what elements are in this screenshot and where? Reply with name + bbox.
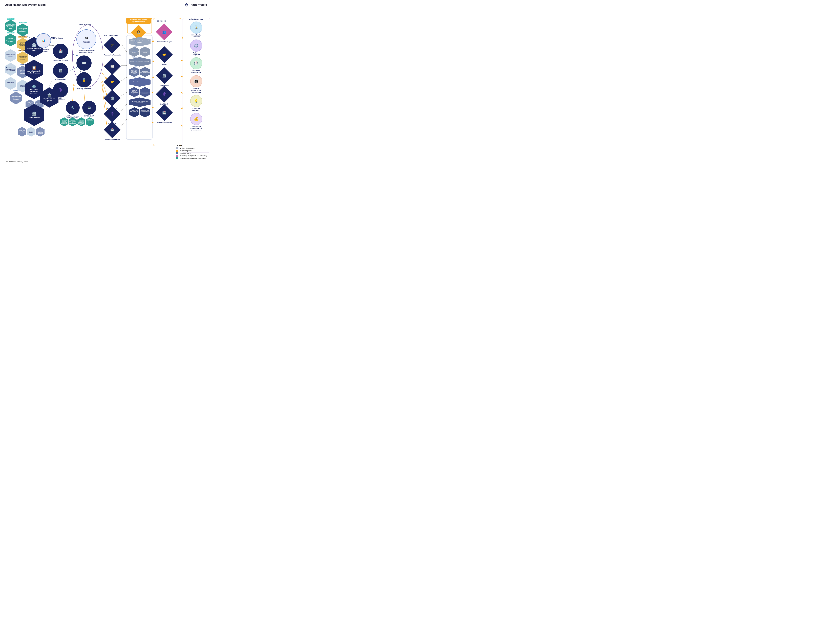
svg-line-24	[121, 119, 127, 126]
platformable-logo-icon	[185, 3, 188, 7]
legend-label-contributing: Contributing value	[179, 150, 193, 152]
flow-hex-8b: TECHNICAL Data security and privacy enha…	[140, 107, 150, 117]
healthcare-provider-icon: 🏥	[58, 49, 63, 53]
last-updated-text: Last updated: January 2022	[5, 161, 28, 163]
ict-icon: 💻	[87, 106, 91, 109]
tag-technical-1: TECHNICAL	[7, 18, 14, 20]
legend-swatch-oversight	[176, 147, 178, 149]
legend-label-oversight: Oversight/compliance	[179, 147, 195, 149]
hex-text-data-security: Data security and privacy enhancing tech…	[17, 27, 28, 32]
internal-standards-wrap: 📋 Internal standards and style guides	[25, 60, 43, 80]
ngos-end-wrap: 🤝 NGOs	[156, 46, 173, 65]
better-health-icon: 🏃	[194, 25, 198, 30]
standards-governance-wrap: 📊 Standards and Governance	[36, 33, 51, 52]
healthcare-industry-end-label: Healthcare Industry	[157, 122, 172, 123]
ngos-end-icon: 🤝	[162, 52, 166, 57]
legend-label-mediating: Mediating Value	[179, 152, 191, 154]
standards-governance-circle: 📊	[36, 33, 51, 48]
svg-line-35	[182, 108, 182, 109]
value-expanded-innovation-circle: 💡	[190, 95, 202, 107]
ngos-end-diamond: 🤝	[156, 46, 173, 63]
hex-text-global-ip: Global IP and data governance frameworks	[10, 95, 22, 101]
governments-provider-circle: 🏛️	[53, 63, 68, 78]
healthtech-consumer-icon: ⚕️	[111, 112, 114, 116]
api-tool-tech-1: TECHNICAL Metadata, provenance and attri…	[60, 117, 68, 127]
government-end-icon: 🏛️	[162, 74, 166, 78]
internal-icon: 📋	[26, 66, 42, 70]
community-people-wrap: 👥 Community/ People	[156, 24, 173, 43]
ict-tech-2: TECHNICAL Data security and privacy enha…	[86, 117, 94, 127]
ngos-consumer-diamond: 🤝	[104, 74, 121, 90]
svg-line-34	[182, 92, 182, 93]
hex-text-metadata: Metadata, provenance and attribution	[5, 37, 16, 43]
value-optimised-health-label: Optimisedhealth system	[191, 70, 201, 74]
legend-item-receiving-health: Receiving Value (health and wellbeing)	[176, 155, 207, 157]
flow-hex-6b: TECHNICAL Data trusts, intermediaries an…	[140, 87, 150, 97]
data-api-icon: ⚙️	[26, 84, 42, 89]
ict-data-circle: 💻	[82, 101, 96, 115]
flow-hexes-stack: LEGAL Data audit, certification and assu…	[127, 37, 152, 117]
internal-standards-hex: 📋 Internal standards and style guides	[25, 60, 43, 80]
api-tool-tech-hexes: TECHNICAL Metadata, provenance and attri…	[60, 117, 77, 127]
hex-text-data-hubs: Data hubs, portals, and visualisation/ d…	[5, 23, 16, 29]
infinity-icon: ∞	[83, 35, 90, 41]
value-reduced-inequality-wrap: ⚖️ ReducedInequality	[183, 40, 209, 56]
security-icon: 🔒	[82, 78, 86, 82]
flow-hex-row-8: TECHNICAL Data hubs, portals, and visual…	[129, 107, 150, 117]
govts-provider-icon: 🏛️	[58, 68, 63, 73]
hex-legal-govts1: LEGAL Data sharing contracts	[17, 127, 26, 137]
security-privacy-label: Security & Privacy	[77, 88, 90, 90]
healthtech-provider-label: Healthtech	[57, 98, 65, 100]
ict-data-label: ICT & Data ICT	[84, 115, 94, 117]
healthtech-end-icon: ⚕️	[162, 92, 166, 96]
value-optimised-health-wrap: 🏥 Optimisedhealth system	[183, 57, 209, 74]
government-end-wrap: 🏛️ Government	[156, 67, 173, 86]
patient-participation-icon: 👨‍👩‍👧	[194, 79, 198, 84]
value-patient-participation-circle: 👨‍👩‍👧	[190, 75, 202, 87]
value-reduced-inequality-circle: ⚖️	[190, 40, 202, 52]
page-container: Open Health Ecosystem Model Platformable	[0, 0, 212, 165]
flow-hex-7: TECHNICAL Open standards and interoperab…	[129, 98, 150, 107]
hex-text-data-trusts: Data trusts, data intermediaries and dat…	[5, 66, 16, 72]
legend-swatch-mediating	[176, 152, 178, 154]
developer-icon: ⌨️	[82, 61, 86, 65]
svg-line-22	[121, 92, 127, 96]
healthcare-industry-consumer-diamond: 🏥	[104, 121, 121, 138]
continuous-inner-text: ContinuousEngagement	[83, 41, 90, 43]
govts-bottom-hexes: LEGAL Data sharing contracts Open Data l…	[17, 127, 44, 137]
tag-technical-2: TECHNICAL	[19, 22, 27, 23]
healthtech-provider-icon: ⚕️	[58, 88, 63, 92]
research-academia-wrap: 🎓 Research & Academia	[104, 36, 121, 56]
healthcare-consumer-icon: 🏥	[111, 128, 114, 131]
hexagon-global-principles: Global principles and norms	[5, 49, 16, 62]
end-users-label: End Users	[157, 20, 166, 22]
expanded-innovation-icon: 💡	[194, 99, 198, 103]
legend-title: Legend	[176, 144, 207, 146]
tag-legal-1: LEGAL	[20, 64, 25, 65]
healthcare-industry-consumer-label: Healthcare Industry	[105, 139, 120, 141]
security-privacy-wrap: 🔒 Security & Privacy	[76, 72, 92, 90]
healthcare-industry-provider-label: Healthcare Industry	[53, 59, 68, 61]
flow-hex-row-4: LEGAL Public participation processes and…	[129, 67, 150, 77]
svg-line-23	[121, 104, 127, 111]
value-generated-title: Value Generated	[183, 18, 209, 20]
flow-hex-4b: LEGAL Global principles and norms	[140, 67, 150, 77]
value-expanded-innovation-wrap: 💡 Expandedinnovation	[183, 95, 209, 111]
value-better-health-wrap: 🏃 Better healthoutcomes	[183, 22, 209, 38]
hex-data-hubs-top: TECHNICAL Data hubs, portals, and visual…	[5, 20, 16, 33]
research-academia-diamond: 🎓	[104, 36, 121, 54]
flow-hex-6a: TECHNICAL Metadata, provenance and attri…	[129, 87, 139, 97]
internal-standards-label: Internal standards and style guides	[26, 70, 42, 74]
flow-hex-3: Global IP & data governance frameworks	[129, 57, 150, 66]
svg-line-31	[182, 37, 182, 40]
hex-text-data-sharing: Data sharing contracts	[5, 81, 16, 85]
healthtech-end-diamond: ⚕️	[156, 86, 173, 103]
logo-text: Platformable	[189, 3, 207, 6]
professional-recognition-icon: 💰	[194, 117, 198, 121]
data-api-governance-label: Data & API governance processes	[26, 89, 42, 94]
ngos-consumer-icon: 🤝	[111, 80, 114, 84]
hex-legal-govts2: Open Data licensing	[27, 127, 35, 137]
legend-item-contributing: Contributing value	[176, 150, 207, 152]
civil-society-wrap: Civil Society & Health Equity Advocates …	[126, 17, 151, 40]
value-professional-recognition-wrap: 💰 Professionalrecognition andprivate pro…	[183, 113, 209, 131]
